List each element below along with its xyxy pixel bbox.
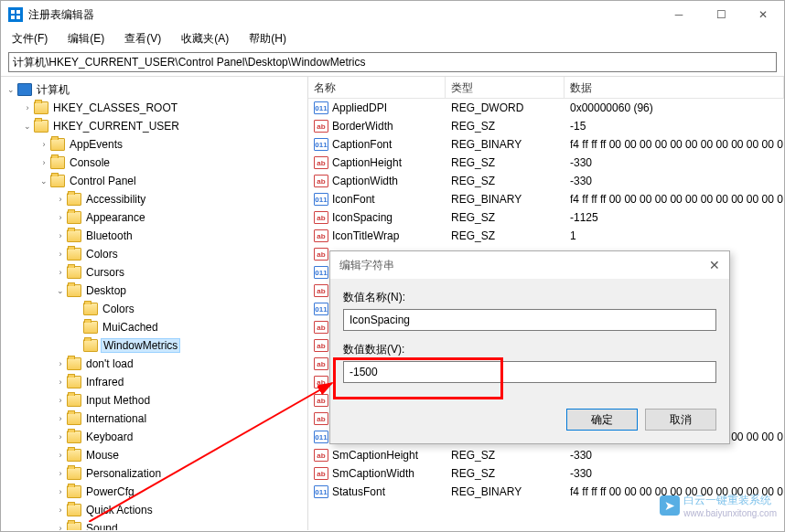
computer-icon [17,83,32,96]
value-bin-icon: 011 [314,303,328,315]
value-bin-icon: 011 [314,101,328,114]
window-title: 注册表编辑器 [28,7,94,23]
tree-root[interactable]: ⌄ 计算机 [1,80,307,99]
tree-pane[interactable]: ⌄ 计算机 › HKEY_CLASSES_ROOT ⌄ HKEY_CURRENT… [1,77,308,530]
tree-hkcr[interactable]: › HKEY_CLASSES_ROOT [1,99,307,117]
expander-icon[interactable]: › [54,250,67,259]
folder-icon [34,120,48,133]
folder-icon [67,284,81,297]
expander-icon[interactable]: › [54,213,67,222]
expander-icon[interactable]: › [54,451,67,460]
folder-icon [67,467,81,480]
svg-rect-3 [16,16,20,19]
menu-file[interactable]: 文件(F) [8,29,51,48]
expander-icon[interactable]: › [54,268,67,277]
tree-item-sound[interactable]: ›Sound [1,519,307,530]
list-row[interactable]: 011IconFontREG_BINARYf4 ff ff ff 00 00 0… [308,190,784,208]
expander-icon[interactable]: › [21,103,34,112]
expander-icon[interactable]: › [54,487,67,496]
tree-item-appearance[interactable]: ›Appearance [1,208,307,227]
menu-favorites[interactable]: 收藏夹(A) [177,29,232,48]
expander-icon[interactable]: › [54,432,67,442]
value-name-input[interactable] [343,309,716,331]
menu-help[interactable]: 帮助(H) [245,29,290,48]
list-row[interactable]: abSmCaptionHeightREG_SZ-330 [308,446,784,464]
list-row[interactable]: abBorderWidthREG_SZ-15 [308,117,784,135]
window-controls: ─ ☐ ✕ [658,1,784,28]
folder-icon [83,303,98,315]
menu-view[interactable]: 查看(V) [121,29,165,48]
list-row[interactable]: abIconSpacingREG_SZ-1125 [308,208,784,227]
menu-edit[interactable]: 编辑(E) [64,29,108,48]
value-str-icon: ab [314,175,328,187]
tree-item-accessibility[interactable]: ›Accessibility [1,190,307,208]
close-button[interactable]: ✕ [742,1,784,28]
address-bar[interactable]: 计算机\HKEY_CURRENT_USER\Control Panel\Desk… [8,52,777,72]
tree-item-mouse[interactable]: ›Mouse [1,446,307,464]
expander-icon[interactable]: › [54,505,67,515]
expander-icon[interactable]: › [54,396,67,405]
tree-item-infrared[interactable]: ›Infrared [1,373,307,391]
value-str-icon: ab [314,284,328,297]
expander-icon[interactable]: › [54,524,67,530]
tree-item-colors[interactable]: Colors [1,300,307,318]
tree-item-console[interactable]: ›Console [1,154,307,172]
value-bin-icon: 011 [314,431,328,443]
expander-icon[interactable]: ⌄ [21,122,34,131]
tree-item-colors[interactable]: ›Colors [1,245,307,263]
header-data[interactable]: 数据 [565,77,784,98]
tree-item-muicached[interactable]: MuiCached [1,318,307,336]
folder-icon [34,101,48,114]
value-data-input[interactable] [343,361,716,383]
expander-icon[interactable]: › [54,231,67,240]
watermark-icon: ➤ [660,495,680,516]
list-row[interactable]: abCaptionHeightREG_SZ-330 [308,154,784,172]
tree-item-desktop[interactable]: ⌄Desktop [1,282,307,300]
tree-item-quick-actions[interactable]: ›Quick Actions [1,501,307,519]
value-bin-icon: 011 [314,266,328,279]
list-row[interactable]: 011CaptionFontREG_BINARYf4 ff ff ff 00 0… [308,135,784,154]
expander-icon[interactable]: › [54,414,67,423]
tree-item-input-method[interactable]: ›Input Method [1,391,307,410]
folder-icon [67,485,81,498]
expander-icon[interactable]: › [54,378,67,387]
tree-item-international[interactable]: ›International [1,410,307,428]
expander-icon[interactable]: ⌄ [54,286,67,295]
minimize-button[interactable]: ─ [658,1,700,28]
tree-item-personalization[interactable]: ›Personalization [1,464,307,483]
maximize-button[interactable]: ☐ [700,1,742,28]
value-str-icon: ab [314,120,328,133]
list-row[interactable]: 011AppliedDPIREG_DWORD0x00000060 (96) [308,99,784,117]
expander-icon[interactable]: › [54,359,67,368]
value-str-icon: ab [314,321,328,334]
tree-item-powercfg[interactable]: ›PowerCfg [1,483,307,501]
tree-hkcu[interactable]: ⌄ HKEY_CURRENT_USER [1,117,307,135]
tree-item-don-t-load[interactable]: ›don't load [1,355,307,373]
list-row[interactable]: abSmCaptionWidthREG_SZ-330 [308,464,784,483]
header-name[interactable]: 名称 [308,77,446,98]
list-row[interactable]: abIconTitleWrapREG_SZ1 [308,227,784,245]
folder-icon [67,431,81,443]
expander-icon[interactable]: ⌄ [38,176,50,186]
data-label: 数值数据(V): [343,342,716,357]
ok-button[interactable]: 确定 [566,409,638,431]
dialog-close-button[interactable]: ✕ [709,258,720,272]
header-type[interactable]: 类型 [446,77,565,98]
tree-item-cursors[interactable]: ›Cursors [1,263,307,282]
folder-icon [67,449,81,462]
tree-item-control-panel[interactable]: ⌄Control Panel [1,172,307,190]
watermark-sub: www.baiyunxitong.com [683,508,777,518]
cancel-button[interactable]: 取消 [645,409,716,431]
tree-item-windowmetrics[interactable]: WindowMetrics [1,336,307,355]
expander-icon[interactable]: › [38,158,50,167]
tree-item-keyboard[interactable]: ›Keyboard [1,428,307,446]
list-row[interactable]: abCaptionWidthREG_SZ-330 [308,172,784,190]
value-str-icon: ab [314,449,328,462]
menubar: 文件(F) 编辑(E) 查看(V) 收藏夹(A) 帮助(H) [1,28,784,48]
tree-item-bluetooth[interactable]: ›Bluetooth [1,227,307,245]
expander-icon[interactable]: › [38,140,50,149]
tree-item-appevents[interactable]: ›AppEvents [1,135,307,154]
expander-icon[interactable]: ⌄ [5,85,17,94]
expander-icon[interactable]: › [54,195,67,204]
expander-icon[interactable]: › [54,469,67,478]
